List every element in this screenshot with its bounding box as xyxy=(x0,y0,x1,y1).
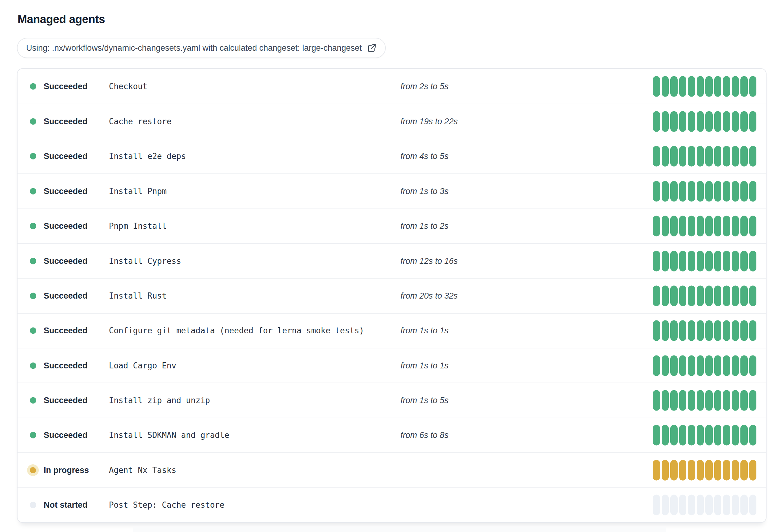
progress-segment xyxy=(732,146,739,167)
progress-segment xyxy=(714,285,722,306)
workflow-banner[interactable]: Using: .nx/workflows/dynamic-changesets.… xyxy=(17,38,386,58)
progress-segment xyxy=(670,495,678,515)
progress-segment xyxy=(662,251,669,271)
progress-segment xyxy=(741,355,748,376)
progress-segment xyxy=(679,390,687,411)
progress-segment xyxy=(749,495,757,515)
progress-segment xyxy=(749,285,757,306)
progress-segment xyxy=(688,146,695,167)
progress-segment xyxy=(741,76,748,97)
duration-range: from 12s to 16s xyxy=(401,256,458,266)
progress-segment xyxy=(705,181,713,202)
progress-segment xyxy=(705,285,713,306)
agent-step-row[interactable]: Succeeded Cache restore from 19s to 22s xyxy=(17,104,766,138)
agent-step-row[interactable]: Succeeded Install Rust from 20s to 32s xyxy=(17,278,766,313)
progress-segment xyxy=(670,320,678,341)
agent-step-row[interactable]: Succeeded Load Cargo Env from 1s to 1s xyxy=(17,348,766,383)
progress-segment xyxy=(714,390,722,411)
progress-segment xyxy=(653,390,660,411)
agent-step-row[interactable]: In progress Agent Nx Tasks xyxy=(17,452,766,487)
step-name: Configure git metadata (needed for lerna… xyxy=(109,326,364,335)
progress-segment xyxy=(732,425,739,445)
step-name: Checkout xyxy=(109,82,147,91)
progress-segment xyxy=(723,146,730,167)
progress-segment xyxy=(697,76,704,97)
progress-segment xyxy=(714,425,722,445)
step-name: Install Cypress xyxy=(109,256,181,266)
status-dot xyxy=(30,118,36,125)
external-link-icon[interactable] xyxy=(367,43,376,52)
progress-segment xyxy=(732,355,739,376)
progress-segment xyxy=(723,425,730,445)
progress-segment xyxy=(670,390,678,411)
progress-segment xyxy=(749,216,757,237)
progress-segment xyxy=(732,76,739,97)
progress-segment xyxy=(741,181,748,202)
progress-segment xyxy=(679,425,687,445)
progress-segment xyxy=(732,460,739,480)
progress-segment xyxy=(749,111,757,132)
status-label: Succeeded xyxy=(44,430,88,440)
progress-segments xyxy=(653,460,756,480)
progress-segment xyxy=(688,495,695,515)
status-dot xyxy=(30,223,36,229)
progress-segment xyxy=(723,111,730,132)
status-dot xyxy=(30,467,36,473)
progress-segment xyxy=(741,216,748,237)
progress-segment xyxy=(732,111,739,132)
progress-segment xyxy=(723,320,730,341)
agent-step-row[interactable]: Not started Post Step: Cache restore xyxy=(17,488,766,522)
progress-segment xyxy=(653,251,660,271)
progress-segment xyxy=(662,355,669,376)
progress-segments xyxy=(653,320,756,341)
progress-segment xyxy=(732,495,739,515)
progress-segment xyxy=(670,355,678,376)
progress-segment xyxy=(723,216,730,237)
progress-segment xyxy=(688,76,695,97)
duration-range: from 1s to 2s xyxy=(401,222,448,231)
progress-segment xyxy=(679,251,687,271)
progress-segment xyxy=(653,320,660,341)
progress-segment xyxy=(662,216,669,237)
progress-segment xyxy=(670,76,678,97)
progress-segment xyxy=(697,320,704,341)
progress-segment xyxy=(679,355,687,376)
progress-segment xyxy=(662,111,669,132)
agent-step-row[interactable]: Succeeded Install Pnpm from 1s to 3s xyxy=(17,173,766,208)
progress-segments xyxy=(653,111,756,132)
progress-segment xyxy=(662,181,669,202)
status-label: Succeeded xyxy=(44,326,88,336)
progress-segment xyxy=(679,460,687,480)
progress-segment xyxy=(653,76,660,97)
progress-segment xyxy=(705,460,713,480)
agent-step-row[interactable]: Succeeded Pnpm Install from 1s to 2s xyxy=(17,209,766,243)
agent-step-row[interactable]: Succeeded Install zip and unzip from 1s … xyxy=(17,383,766,417)
agent-step-row[interactable]: Succeeded Install e2e deps from 4s to 5s xyxy=(17,139,766,173)
step-name: Install e2e deps xyxy=(109,152,186,161)
progress-segments xyxy=(653,251,756,271)
status-dot xyxy=(30,292,36,299)
progress-segment xyxy=(662,495,669,515)
page-title: Managed agents xyxy=(17,13,105,26)
agent-step-row[interactable]: Succeeded Install SDKMAN and gradle from… xyxy=(17,418,766,452)
progress-segment xyxy=(670,251,678,271)
progress-segment xyxy=(714,251,722,271)
progress-segment xyxy=(732,216,739,237)
progress-segments xyxy=(653,285,756,306)
progress-segment xyxy=(732,320,739,341)
agent-step-row[interactable]: Succeeded Install Cypress from 12s to 16… xyxy=(17,243,766,278)
progress-segment xyxy=(741,285,748,306)
status-label: Succeeded xyxy=(44,82,88,91)
progress-segment xyxy=(705,111,713,132)
progress-segment xyxy=(705,355,713,376)
agent-step-row[interactable]: Succeeded Configure git metadata (needed… xyxy=(17,313,766,348)
progress-segment xyxy=(741,320,748,341)
progress-segment xyxy=(697,146,704,167)
progress-segment xyxy=(723,390,730,411)
progress-segment xyxy=(714,216,722,237)
agent-step-row[interactable]: Succeeded Checkout from 2s to 5s xyxy=(17,69,766,104)
progress-segment xyxy=(714,320,722,341)
progress-segment xyxy=(741,460,748,480)
progress-segment xyxy=(697,181,704,202)
progress-segment xyxy=(749,355,757,376)
